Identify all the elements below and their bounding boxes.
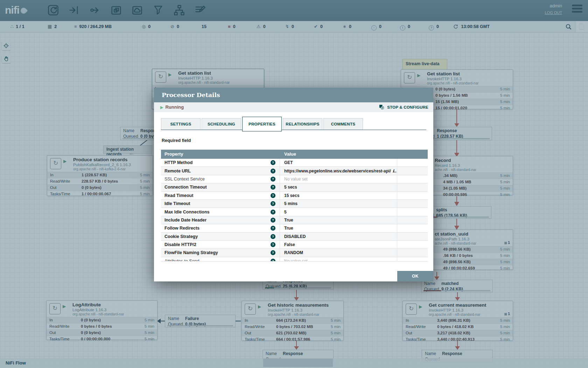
help-icon[interactable]: ? xyxy=(271,177,275,182)
tab-properties[interactable]: PROPERTIES xyxy=(242,117,282,131)
help-icon[interactable]: ? xyxy=(271,210,275,214)
help-icon[interactable]: ? xyxy=(271,226,275,231)
value-column-header: Value xyxy=(280,150,397,159)
property-row: Cookie Strategy? DISABLED xyxy=(161,233,428,241)
help-icon[interactable]: ? xyxy=(271,234,275,239)
property-row: FlowFile Naming Strategy? RANDOM xyxy=(161,249,428,257)
property-row: Max Idle Connections? 5 xyxy=(161,208,428,216)
property-row: SSL Context Service? No value set xyxy=(161,175,428,183)
ok-button[interactable]: OK xyxy=(397,271,433,281)
help-icon[interactable]: ? xyxy=(271,250,275,255)
run-status: ▶Running xyxy=(160,102,184,112)
property-row: Read Timeout? 15 secs xyxy=(161,192,428,200)
help-icon[interactable]: ? xyxy=(271,193,275,198)
dialog-title: Processor Details xyxy=(154,88,433,102)
help-icon[interactable]: ? xyxy=(271,185,275,190)
property-column-header: Property xyxy=(161,150,280,159)
help-icon[interactable]: ? xyxy=(271,218,275,223)
dialog-tabs: SETTINGS SCHEDULING PROPERTIES RELATIONS… xyxy=(161,116,426,130)
properties-table-header: Property Value xyxy=(161,150,428,159)
help-icon[interactable]: ? xyxy=(271,259,275,261)
info-icon[interactable]: i xyxy=(391,169,394,173)
running-icon: ▶ xyxy=(160,105,163,109)
help-icon[interactable]: ? xyxy=(271,201,275,206)
properties-table: Property Value HTTP Method? GET Remote U… xyxy=(161,150,428,261)
property-row: Connection Timeout? 5 secs xyxy=(161,183,428,191)
property-row: Attributes to Send? No value set xyxy=(161,257,428,261)
property-row: HTTP Method? GET xyxy=(161,159,428,167)
property-row: Follow Redirects? True xyxy=(161,224,428,232)
gear-icon xyxy=(379,104,384,110)
nifi-application: Stream live-data Ingest station records … xyxy=(0,0,588,368)
tab-settings[interactable]: SETTINGS xyxy=(161,118,201,130)
dialog-status-strip: ▶Running STOP & CONFIGURE xyxy=(154,102,433,112)
property-row: Idle Timeout? 5 mins xyxy=(161,200,428,208)
help-icon[interactable]: ? xyxy=(271,160,275,165)
required-field-note: Required field xyxy=(162,138,191,143)
property-row: Include Date Header? True xyxy=(161,216,428,224)
tab-scheduling[interactable]: SCHEDULING xyxy=(202,118,241,130)
properties-table-body: HTTP Method? GET Remote URL? https://www… xyxy=(161,159,428,261)
property-row: Remote URL? https://www.pegelonline.wsv.… xyxy=(161,167,428,175)
processor-details-dialog: Processor Details ▶Running STOP & CONFIG… xyxy=(154,88,433,281)
tab-comments[interactable]: COMMENTS xyxy=(323,118,363,130)
tab-relationships[interactable]: RELATIONSHIPS xyxy=(283,118,322,130)
help-icon[interactable]: ? xyxy=(271,169,275,173)
property-row: Disable HTTP/2? False xyxy=(161,241,428,249)
stop-and-configure-button[interactable]: STOP & CONFIGURE xyxy=(379,102,428,112)
help-icon[interactable]: ? xyxy=(271,242,275,247)
